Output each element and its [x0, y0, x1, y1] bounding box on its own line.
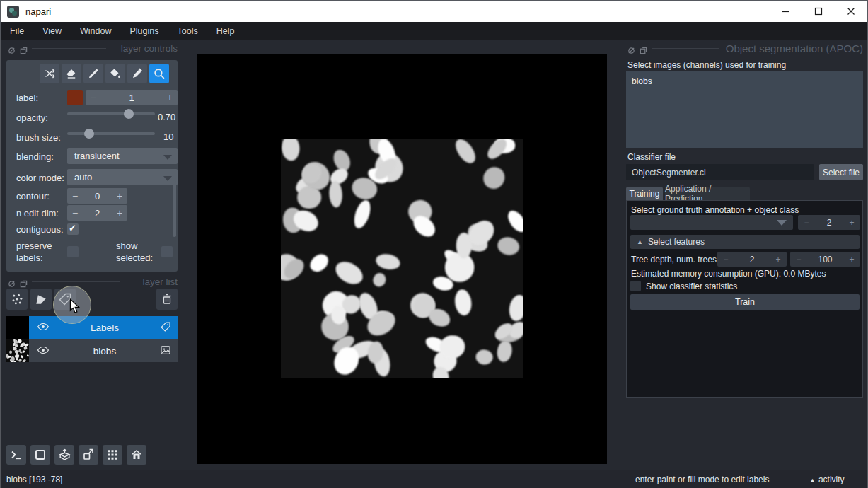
maximize-button[interactable] [802, 1, 835, 22]
brush-size-slider-handle[interactable] [84, 129, 94, 139]
classifier-filename-field[interactable]: ObjectSegmenter.cl [626, 164, 814, 180]
plugin-dock-header: Object segmentation (APOC) [627, 42, 863, 54]
transpose-dimensions-button[interactable] [79, 445, 98, 465]
pan-zoom-button[interactable] [149, 64, 169, 83]
num-trees-value[interactable]: 100 [807, 255, 843, 265]
contiguous-checkbox[interactable] [67, 223, 79, 235]
blobs-layer-thumbnail [6, 339, 29, 362]
select-file-button[interactable]: Select file [819, 164, 863, 180]
opacity-label: opacity: [16, 112, 64, 123]
visibility-eye-icon[interactable] [37, 345, 50, 357]
ndisplay-toggle-button[interactable] [30, 445, 50, 465]
menu-tools[interactable]: Tools [168, 22, 207, 40]
decrement-icon[interactable]: − [86, 92, 101, 103]
cube-rotate-icon [58, 448, 71, 462]
menu-plugins[interactable]: Plugins [121, 22, 168, 40]
decrement-icon[interactable]: − [790, 255, 807, 265]
menu-help[interactable]: Help [207, 22, 244, 40]
opacity-slider[interactable] [67, 108, 155, 120]
object-class-value[interactable]: 2 [815, 218, 843, 228]
training-tab-panel: Select ground truth annotation + object … [626, 200, 863, 398]
visibility-eye-icon[interactable] [37, 322, 50, 334]
decrement-icon[interactable]: − [798, 218, 815, 228]
points-icon [10, 292, 24, 306]
list-item[interactable]: blobs [626, 71, 863, 86]
brush-size-slider[interactable] [67, 128, 155, 139]
tab-training[interactable]: Training [626, 187, 663, 200]
increment-icon[interactable]: + [162, 92, 178, 103]
label-value[interactable]: 1 [101, 93, 162, 103]
layer-row-blobs[interactable]: blobs [29, 339, 178, 362]
n-edit-dim-spinbox[interactable]: − 2 + [67, 205, 127, 221]
shuffle-colors-button[interactable] [40, 64, 59, 83]
blending-dropdown[interactable]: translucent [67, 148, 178, 164]
color-mode-dropdown[interactable]: auto [67, 169, 178, 185]
layer-name: Labels [50, 323, 160, 333]
dock-hide-icon[interactable] [627, 45, 635, 52]
new-points-layer-button[interactable] [6, 289, 28, 310]
dock-float-icon[interactable] [20, 45, 28, 52]
labels-layer-type-icon [160, 321, 171, 335]
preserve-labels-checkbox[interactable] [67, 246, 79, 257]
opacity-slider-handle[interactable] [124, 109, 134, 119]
dock-float-icon[interactable] [20, 278, 28, 286]
pick-color-button[interactable] [127, 64, 147, 83]
tree-depth-value[interactable]: 2 [734, 255, 770, 265]
layer-controls-title: layer controls [121, 43, 178, 54]
dock-float-icon[interactable] [640, 45, 647, 52]
tree-depth-label: Tree depth, num. trees [631, 255, 717, 265]
contour-spinbox[interactable]: − 0 + [67, 188, 127, 204]
dock-hide-icon[interactable] [8, 278, 16, 286]
minimize-icon [782, 7, 790, 16]
canvas-viewport[interactable] [197, 54, 607, 464]
object-class-spinbox[interactable]: − 2 + [798, 215, 860, 230]
contour-value[interactable]: 0 [83, 191, 112, 202]
train-button[interactable]: Train [630, 294, 860, 310]
decrement-icon[interactable]: − [67, 207, 83, 219]
paint-button[interactable] [83, 64, 103, 83]
tree-depth-spinbox[interactable]: − 2 + [717, 252, 787, 267]
decrement-icon[interactable]: − [717, 255, 734, 265]
layer-list-dock-header: layer list [8, 275, 178, 288]
activity-toggle[interactable]: ▲activity [809, 475, 845, 484]
increment-icon[interactable]: + [112, 190, 127, 202]
roll-dimensions-button[interactable] [54, 445, 74, 465]
plugin-title: Object segmentation (APOC) [726, 42, 863, 54]
num-trees-spinbox[interactable]: − 100 + [790, 252, 860, 267]
increment-icon[interactable]: + [112, 207, 127, 219]
training-images-listbox[interactable]: blobs [626, 71, 863, 148]
show-statistics-checkbox[interactable] [630, 281, 641, 291]
menu-window[interactable]: Window [71, 22, 120, 40]
fill-button[interactable] [105, 64, 125, 83]
magnifier-icon [153, 67, 166, 81]
close-button[interactable] [835, 1, 867, 22]
layer-controls-scrollbar[interactable] [173, 180, 176, 237]
contiguous-label: contiguous: [16, 224, 64, 235]
n-edit-dim-value[interactable]: 2 [83, 208, 112, 219]
console-button[interactable] [6, 445, 26, 465]
console-icon [10, 448, 23, 461]
menu-view[interactable]: View [33, 22, 71, 40]
dock-hide-icon[interactable] [8, 45, 16, 52]
increment-icon[interactable]: + [843, 255, 860, 265]
new-shapes-layer-button[interactable] [30, 289, 52, 310]
layer-row-labels[interactable]: Labels [29, 316, 178, 339]
label-spinbox[interactable]: − 1 + [86, 90, 178, 105]
show-selected-checkbox[interactable] [161, 246, 173, 257]
preserve-labels-label: preserve labels: [16, 240, 62, 264]
home-button[interactable] [127, 445, 146, 465]
menu-file[interactable]: File [1, 22, 33, 40]
erase-button[interactable] [62, 64, 81, 83]
tab-application-prediction[interactable]: Application / Prediction [665, 187, 750, 200]
increment-icon[interactable]: + [770, 255, 787, 265]
minimize-button[interactable] [770, 1, 802, 22]
ground-truth-dropdown[interactable] [630, 215, 793, 230]
decrement-icon[interactable]: − [67, 190, 83, 202]
delete-layer-button[interactable] [156, 289, 178, 310]
grid-view-button[interactable] [103, 445, 122, 465]
select-features-button[interactable]: ▲ Select features [630, 235, 860, 249]
label-color-swatch[interactable] [67, 90, 83, 105]
dock-splitter[interactable] [620, 40, 620, 470]
increment-icon[interactable]: + [843, 218, 860, 228]
menu-bar: File View Window Plugins Tools Help [1, 22, 867, 40]
